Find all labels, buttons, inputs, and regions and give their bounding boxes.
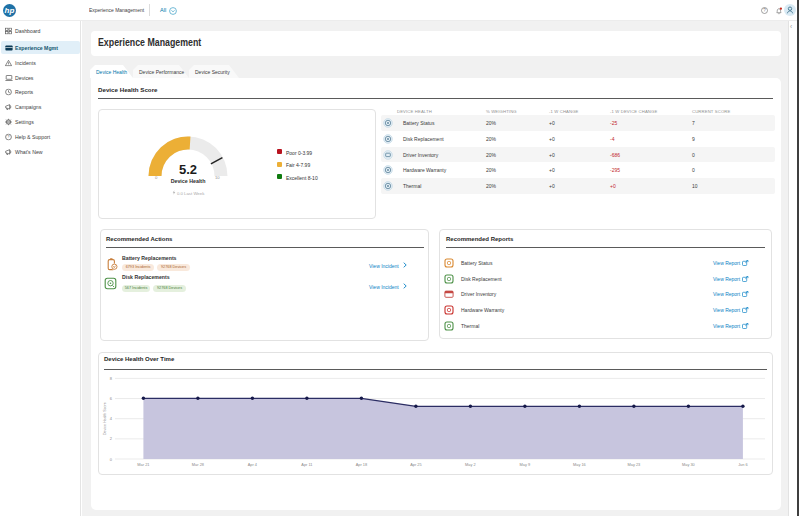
svg-text:Jun 6: Jun 6 <box>738 462 748 467</box>
svg-text:May 2: May 2 <box>465 462 476 467</box>
svg-text:May 23: May 23 <box>628 462 641 467</box>
svg-text:Apr 25: Apr 25 <box>410 462 421 467</box>
svg-text:hp: hp <box>5 6 15 15</box>
svg-text:0: 0 <box>110 457 113 462</box>
svg-text:8: 8 <box>110 376 113 381</box>
svg-text:Mar 21: Mar 21 <box>137 462 149 467</box>
svg-text:May 30: May 30 <box>682 462 696 467</box>
svg-text:May 16: May 16 <box>573 462 586 467</box>
svg-text:May 9: May 9 <box>520 462 531 467</box>
svg-text:Apr 4: Apr 4 <box>248 462 258 467</box>
svg-text:4: 4 <box>110 416 113 421</box>
svg-text:Mar 28: Mar 28 <box>192 462 204 467</box>
svg-text:Apr 18: Apr 18 <box>356 462 367 467</box>
svg-text:?: ? <box>7 134 10 139</box>
svg-text:6: 6 <box>110 396 113 401</box>
svg-text:2: 2 <box>110 436 113 441</box>
svg-text:Device Health Score: Device Health Score <box>103 402 107 435</box>
svg-text:?: ? <box>763 8 766 13</box>
svg-text:Apr 11: Apr 11 <box>301 462 312 467</box>
